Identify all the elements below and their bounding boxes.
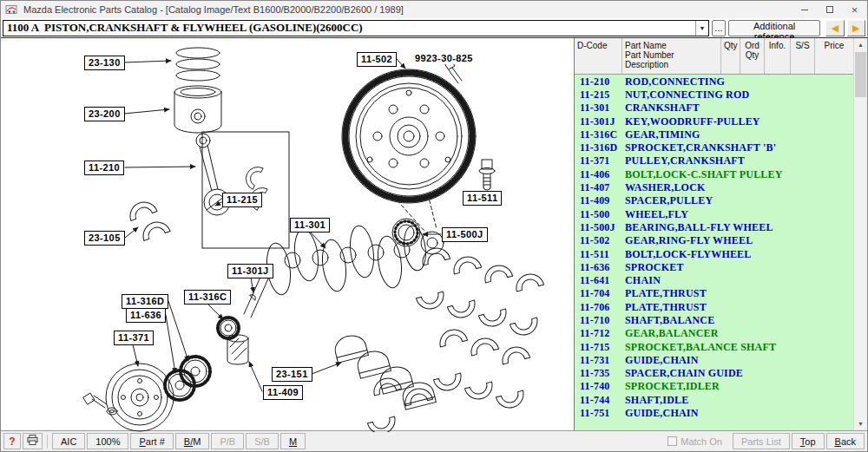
maximize-button[interactable] (817, 1, 842, 18)
diagram-callout-11-210[interactable]: 11-210 (84, 160, 124, 175)
prev-page-button[interactable]: ◀ (825, 20, 844, 36)
close-button[interactable]: × (842, 1, 867, 18)
table-scrollbar[interactable]: ▲ ▼ (853, 38, 867, 430)
row-dcode[interactable]: 11-500J (575, 221, 621, 233)
row-dcode[interactable]: 11-210 (575, 75, 621, 88)
row-dcode[interactable]: 11-371 (575, 154, 621, 167)
table-row[interactable]: 11-704PLATE,THRUST (575, 287, 853, 300)
next-page-button[interactable]: ▶ (847, 20, 865, 36)
diagram-callout-11-500J[interactable]: 11-500J (442, 227, 488, 242)
row-dcode[interactable]: 11-316D (575, 141, 621, 154)
row-part-name[interactable]: SPACER,CHAIN GUIDE (621, 367, 853, 379)
row-part-name[interactable]: BOLT,LOCK-C.SHAFT PULLEY (621, 168, 853, 180)
row-dcode[interactable]: 11-316C (575, 128, 621, 141)
row-part-name[interactable]: SHAFT,IDLE (621, 394, 853, 406)
table-row[interactable]: 11-744SHAFT,IDLE (575, 393, 853, 406)
table-row[interactable]: 11-706PLATE,THRUST (575, 300, 853, 313)
row-dcode[interactable]: 11-636 (575, 261, 621, 273)
row-dcode[interactable]: 11-301 (575, 102, 621, 114)
minimize-button[interactable] (792, 1, 817, 18)
table-row[interactable]: 11-316DSPROCKET,CRANKSHAFT 'B' (575, 141, 853, 154)
diagram-callout-11-301J[interactable]: 11-301J (227, 264, 273, 278)
table-row[interactable]: 11-210ROD,CONNECTING (575, 75, 853, 88)
row-part-name[interactable]: KEY,WOODRUFF-PULLEY (621, 115, 853, 128)
row-part-name[interactable]: PLATE,THRUST (621, 301, 853, 313)
row-part-name[interactable]: GEAR,RING-FLY WHEEL (621, 234, 853, 246)
top-button[interactable]: Top (792, 433, 825, 449)
row-part-name[interactable]: SPROCKET,BALANCE SHAFT (621, 341, 853, 353)
row-part-name[interactable]: PLATE,THRUST (621, 287, 853, 299)
row-part-name[interactable]: GUIDE,CHAIN (621, 407, 853, 419)
row-part-name[interactable]: SPROCKET,CRANKSHAFT 'B' (621, 141, 853, 154)
row-dcode[interactable]: 11-641 (575, 274, 621, 286)
row-part-name[interactable]: NUT,CONNECTING ROD (621, 88, 853, 101)
row-dcode[interactable]: 11-704 (575, 287, 621, 299)
diagram-callout-11-636[interactable]: 11-636 (126, 308, 166, 323)
row-dcode[interactable]: 11-735 (575, 367, 621, 379)
row-dcode[interactable]: 11-500 (575, 208, 621, 220)
row-part-name[interactable]: WASHER,LOCK (621, 181, 853, 193)
diagram-callout-9923-30-825[interactable]: 9923-30-825 (415, 53, 473, 64)
diagram-callout-11-371[interactable]: 11-371 (114, 331, 154, 345)
row-dcode[interactable]: 11-407 (575, 181, 621, 193)
table-row[interactable]: 11-406BOLT,LOCK-C.SHAFT PULLEY (575, 167, 853, 180)
table-row[interactable]: 11-511BOLT,LOCK-FLYWHEEL (575, 247, 853, 260)
row-part-name[interactable]: SPROCKET (621, 261, 853, 273)
help-button[interactable]: ? (3, 433, 21, 449)
table-row[interactable]: 11-735SPACER,CHAIN GUIDE (575, 367, 853, 380)
row-dcode[interactable]: 11-740 (575, 380, 621, 392)
diagram-callout-11-409[interactable]: 11-409 (263, 385, 303, 400)
row-dcode[interactable]: 11-215 (575, 88, 621, 101)
row-dcode[interactable]: 11-511 (575, 248, 621, 260)
diagram-callout-23-130[interactable]: 23-130 (84, 56, 125, 70)
scroll-down-button[interactable]: ▼ (854, 417, 867, 430)
table-row[interactable]: 11-751GUIDE,CHAIN (575, 406, 853, 419)
row-part-name[interactable]: GEAR,BALANCER (621, 327, 853, 339)
row-part-name[interactable]: SPROCKET,IDLER (621, 380, 853, 392)
diagram-callout-11-316D[interactable]: 11-316D (122, 294, 168, 309)
table-row[interactable]: 11-710SHAFT,BALANCE (575, 313, 853, 326)
print-button[interactable] (23, 433, 43, 449)
statusbar-button-100[interactable]: 100% (87, 433, 128, 449)
row-part-name[interactable]: WHEEL,FLY (621, 208, 853, 220)
statusbar-button-m[interactable]: M (280, 433, 306, 449)
diagram-callout-11-316C[interactable]: 11-316C (184, 290, 231, 305)
diagram-callout-11-215[interactable]: 11-215 (222, 193, 262, 207)
diagram-callout-11-511[interactable]: 11-511 (463, 191, 502, 206)
table-row[interactable]: 11-715SPROCKET,BALANCE SHAFT (575, 340, 853, 353)
row-part-name[interactable]: SHAFT,BALANCE (621, 314, 853, 326)
table-row[interactable]: 11-502GEAR,RING-FLY WHEEL (575, 234, 853, 247)
row-dcode[interactable]: 11-712 (575, 327, 621, 339)
row-dcode[interactable]: 11-751 (575, 407, 621, 419)
table-row[interactable]: 11-500WHEEL,FLY (575, 207, 853, 220)
additional-reference-button[interactable]: Additional reference (728, 20, 820, 36)
row-dcode[interactable]: 11-301J (575, 115, 621, 128)
row-dcode[interactable]: 11-409 (575, 194, 621, 206)
table-row[interactable]: 11-636SPROCKET (575, 260, 853, 273)
match-on-checkbox[interactable] (667, 436, 677, 446)
diagram-callout-11-502[interactable]: 11-502 (357, 52, 397, 67)
table-row[interactable]: 11-740SPROCKET,IDLER (575, 380, 853, 393)
row-part-name[interactable]: CHAIN (621, 274, 853, 286)
row-dcode[interactable]: 11-710 (575, 314, 621, 326)
row-part-name[interactable]: SPACER,PULLEY (621, 194, 853, 206)
statusbar-button-aic[interactable]: AIC (52, 433, 85, 449)
row-dcode[interactable]: 11-731 (575, 354, 621, 366)
chevron-down-icon[interactable]: ▼ (695, 21, 708, 36)
statusbar-button-bm[interactable]: B/M (175, 433, 210, 449)
row-part-name[interactable]: BOLT,LOCK-FLYWHEEL (621, 248, 853, 260)
table-row[interactable]: 11-500JBEARING,BALL-FLY WHEEL (575, 220, 853, 233)
table-row[interactable]: 11-301CRANKSHAFT (575, 102, 853, 115)
row-dcode[interactable]: 11-744 (575, 394, 621, 406)
section-selector[interactable]: 1100 A PISTON,CRANKSHAFT & FLYWHEEL (GAS… (3, 20, 709, 36)
table-row[interactable]: 11-407WASHER,LOCK (575, 180, 853, 193)
row-dcode[interactable]: 11-706 (575, 301, 621, 313)
scrollbar-thumb[interactable] (855, 52, 866, 97)
scroll-up-button[interactable]: ▲ (854, 38, 867, 51)
table-row[interactable]: 11-316CGEAR,TIMING (575, 128, 853, 141)
diagram-callout-11-301[interactable]: 11-301 (290, 218, 330, 233)
row-part-name[interactable]: BEARING,BALL-FLY WHEEL (621, 221, 853, 233)
table-row[interactable]: 11-215NUT,CONNECTING ROD (575, 88, 853, 101)
diagram-panel[interactable]: 23-13023-20011-21011-21523-10511-30111-3… (1, 38, 574, 430)
table-row[interactable]: 11-301JKEY,WOODRUFF-PULLEY (575, 115, 853, 128)
